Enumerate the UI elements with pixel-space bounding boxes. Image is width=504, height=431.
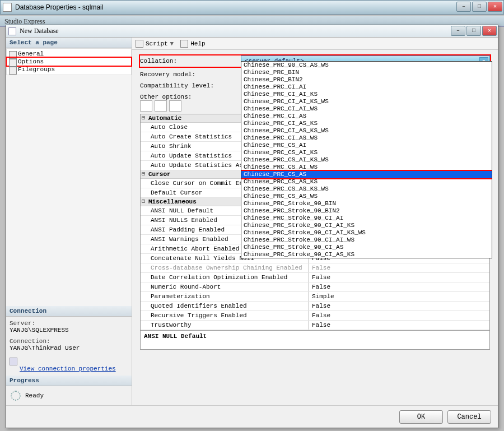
collation-option[interactable]: Chinese_PRC_CI_AS_KS_WS [241, 127, 492, 135]
collation-option[interactable]: Chinese_PRC_CS_AI_KS_WS [241, 156, 492, 164]
dialog-minimize-button[interactable]: – [451, 26, 465, 36]
collation-option[interactable]: Chinese_PRC_BIN2 [241, 76, 492, 84]
dialog-title: New Database [20, 27, 59, 35]
minimize-button[interactable]: – [456, 2, 471, 12]
collation-dropdown-list[interactable]: Chinese_PRC_90_CS_AS_WSChinese_PRC_BINCh… [241, 61, 492, 258]
help-label: Help [190, 40, 205, 47]
parent-window-title: Database Properties - sqlmail [15, 3, 103, 11]
grid-row[interactable]: Numeric Round-AbortFalse [141, 282, 489, 292]
collation-option[interactable]: Chinese_PRC_CI_AS_WS [241, 135, 492, 142]
collation-option[interactable]: Chinese_PRC_Stroke_90_CI_AI_WS [241, 237, 492, 244]
collation-option[interactable]: Chinese_PRC_Stroke_90_CI_AS_KS [241, 251, 492, 258]
recovery-label: Recovery model: [140, 71, 241, 78]
connection-label: Connection: [10, 338, 128, 345]
script-button[interactable]: Script ▼ [136, 40, 174, 48]
close-button[interactable]: ✕ [488, 2, 502, 12]
window-icon [3, 3, 12, 12]
collation-option[interactable]: Chinese_PRC_Stroke_90_BIN [241, 200, 492, 207]
grid-alphabetical-button[interactable] [155, 100, 167, 112]
help-icon [180, 40, 188, 48]
view-connection-properties-link[interactable]: View connection properties [20, 365, 116, 372]
new-database-dialog: New Database – □ ✕ Select a page General… [6, 25, 498, 428]
page-list: General Options Filegroups [6, 48, 132, 75]
collation-option[interactable]: Chinese_PRC_CS_AI_KS [241, 149, 492, 156]
grid-prop-name: Quoted Identifiers Enabled [141, 302, 309, 310]
grid-prop-value[interactable]: False [309, 273, 489, 282]
main-panel: Script ▼ Help Collation: <server default… [132, 38, 498, 405]
dialog-maximize-button[interactable]: □ [466, 26, 481, 36]
collation-option[interactable]: Chinese_PRC_CI_AI_WS [241, 105, 492, 113]
collation-option[interactable]: Chinese_PRC_BIN [241, 69, 492, 76]
collation-option[interactable]: Chinese_PRC_Stroke_90_BIN2 [241, 207, 492, 215]
grid-prop-name: Trustworthy [141, 321, 309, 330]
grid-prop-name: Cross-database Ownership Chaining Enable… [141, 263, 309, 272]
collation-option[interactable]: Chinese_PRC_CI_AI_KS [241, 91, 492, 98]
grid-categorized-button[interactable] [140, 100, 152, 112]
collation-option[interactable]: Chinese_PRC_CS_AS_KS [241, 178, 492, 186]
grid-row[interactable]: Cross-database Ownership Chaining Enable… [141, 263, 489, 273]
collation-option[interactable]: Chinese_PRC_CI_AI [241, 84, 492, 91]
select-page-header: Select a page [6, 38, 132, 48]
connection-header: Connection [6, 306, 132, 317]
connection-panel: Server: YANJG\SQLEXPRESS Connection: YAN… [6, 317, 132, 376]
server-label: Server: [10, 320, 128, 327]
collation-option[interactable]: Chinese_PRC_CS_AI [241, 142, 492, 149]
collation-option[interactable]: Chinese_PRC_Stroke_90_CI_AS [241, 244, 492, 251]
grid-prop-name: Parameterization [141, 292, 309, 301]
collation-option[interactable]: Chinese_PRC_90_CS_AS_WS [241, 62, 492, 69]
script-icon [136, 40, 143, 48]
collation-option[interactable]: Chinese_PRC_CS_AS [241, 171, 492, 178]
collation-option[interactable]: Chinese_PRC_CS_AS_WS [241, 193, 492, 200]
grid-prop-value[interactable]: False [309, 311, 489, 320]
grid-row[interactable]: Recursive Triggers EnabledFalse [141, 311, 489, 321]
connection-value: YANJG\ThinkPad User [10, 345, 128, 351]
grid-row[interactable]: TrustworthyFalse [141, 321, 489, 330]
grid-prop-name: Recursive Triggers Enabled [141, 311, 309, 320]
page-item-general[interactable]: General [7, 50, 131, 58]
page-label: General [18, 50, 44, 57]
progress-panel: Ready [6, 386, 132, 405]
dialog-titlebar[interactable]: New Database – □ ✕ [6, 25, 498, 38]
grid-prop-value[interactable]: False [309, 263, 489, 272]
toolbar: Script ▼ Help [132, 38, 498, 50]
grid-prop-value[interactable]: False [309, 321, 489, 330]
progress-header: Progress [6, 376, 132, 386]
grid-row[interactable]: ParameterizationSimple [141, 292, 489, 302]
collation-option[interactable]: Chinese_PRC_Stroke_90_CI_AI_KS [241, 222, 492, 229]
collation-option[interactable]: Chinese_PRC_Stroke_90_CI_AI [241, 215, 492, 222]
script-dropdown-arrow-icon[interactable]: ▼ [170, 40, 174, 47]
ok-button[interactable]: OK [399, 410, 443, 424]
collation-label: Collation: [140, 58, 241, 64]
parent-window-titlebar: Database Properties - sqlmail – □ ✕ [0, 0, 504, 15]
progress-status-text: Ready [25, 392, 44, 399]
server-value: YANJG\SQLEXPRESS [10, 327, 128, 333]
page-label: Filegroups [18, 66, 55, 73]
compat-label: Compatibility level: [140, 82, 241, 89]
grid-prop-name: Numeric Round-Abort [141, 282, 309, 291]
help-button[interactable]: Help [180, 40, 205, 48]
collation-option[interactable]: Chinese_PRC_CS_AS_KS_WS [241, 186, 492, 193]
grid-propertypages-button[interactable] [169, 100, 181, 112]
grid-row[interactable]: Quoted Identifiers EnabledFalse [141, 302, 489, 311]
sidebar: Select a page General Options Filegroups… [6, 38, 132, 405]
maximize-button[interactable]: □ [472, 2, 487, 12]
progress-spinner-icon [11, 391, 21, 401]
grid-row[interactable]: Date Correlation Optimization EnabledFal… [141, 273, 489, 282]
grid-prop-name: Date Correlation Optimization Enabled [141, 273, 309, 282]
collation-option[interactable]: Chinese_PRC_Stroke_90_CI_AI_KS_WS [241, 229, 492, 237]
grid-prop-value[interactable]: False [309, 282, 489, 291]
cancel-button[interactable]: Cancel [447, 410, 491, 424]
property-description: ANSI NULL Default [140, 331, 490, 350]
script-label: Script [146, 40, 168, 47]
collation-option[interactable]: Chinese_PRC_CS_AI_WS [241, 164, 492, 171]
collation-option[interactable]: Chinese_PRC_CI_AI_KS_WS [241, 98, 492, 105]
page-item-filegroups[interactable]: Filegroups [7, 66, 131, 73]
grid-prop-value[interactable]: False [309, 302, 489, 310]
grid-prop-value[interactable]: Simple [309, 292, 489, 301]
collation-option[interactable]: Chinese_PRC_CI_AS_KS [241, 120, 492, 127]
dialog-close-button[interactable]: ✕ [482, 26, 497, 36]
page-label: Options [18, 58, 44, 65]
dialog-footer: OK Cancel [6, 405, 498, 428]
page-item-options[interactable]: Options [7, 58, 131, 66]
collation-option[interactable]: Chinese_PRC_CI_AS [241, 113, 492, 120]
